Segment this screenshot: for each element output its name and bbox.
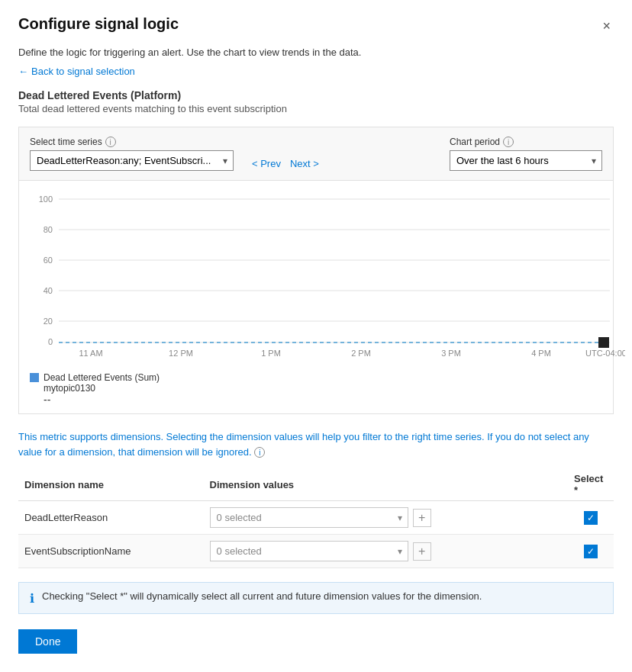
back-to-signal-link[interactable]: ← Back to signal selection bbox=[18, 66, 135, 77]
dimension-name-cell: EventSubscriptionName bbox=[18, 535, 204, 568]
table-row: EventSubscriptionName 0 selected + bbox=[18, 535, 614, 568]
info-banner: ℹ Checking "Select *" will dynamically s… bbox=[18, 582, 614, 614]
nav-buttons: < Prev Next > bbox=[249, 156, 322, 171]
eventsubscription-checkbox[interactable] bbox=[584, 545, 598, 558]
svg-text:80: 80 bbox=[44, 225, 53, 234]
deadletter-select-wrapper: 0 selected bbox=[210, 507, 408, 528]
svg-text:UTC-04:00: UTC-04:00 bbox=[585, 349, 625, 358]
svg-text:100: 100 bbox=[39, 195, 53, 204]
eventsubscription-select-wrapper: 0 selected bbox=[210, 541, 408, 561]
svg-text:12 PM: 12 PM bbox=[169, 349, 193, 358]
deadletter-add-button[interactable]: + bbox=[413, 509, 431, 527]
svg-text:60: 60 bbox=[44, 256, 53, 265]
time-series-group: Select time series i DeadLetterReason:an… bbox=[30, 137, 234, 171]
prev-button[interactable]: < Prev bbox=[249, 156, 284, 171]
controls-row: Select time series i DeadLetterReason:an… bbox=[18, 127, 614, 181]
chart-period-label: Chart period i bbox=[450, 137, 602, 147]
dialog-title: Configure signal logic bbox=[18, 15, 179, 33]
legend-series-label: Dead Lettered Events (Sum) bbox=[44, 372, 160, 383]
time-series-label: Select time series i bbox=[30, 137, 234, 147]
svg-text:11 AM: 11 AM bbox=[79, 349, 102, 358]
svg-text:4 PM: 4 PM bbox=[531, 349, 551, 358]
col-select: Select * bbox=[568, 468, 614, 501]
time-series-select-wrapper: DeadLetterReason:any; EventSubscri... bbox=[30, 150, 234, 171]
chart-area: 100 80 60 40 20 0 11 AM 12 PM bbox=[18, 181, 614, 414]
svg-text:2 PM: 2 PM bbox=[351, 349, 371, 358]
dimension-info-icon[interactable]: i bbox=[254, 447, 265, 458]
dimension-info-text: This metric supports dimensions. Selecti… bbox=[18, 429, 614, 459]
time-series-select[interactable]: DeadLetterReason:any; EventSubscri... bbox=[30, 150, 234, 171]
col-dimension-values: Dimension values bbox=[204, 468, 568, 501]
dimension-name-cell: DeadLetterReason bbox=[18, 501, 204, 535]
arrow-left-icon: ← bbox=[18, 66, 28, 77]
done-button[interactable]: Done bbox=[18, 629, 77, 654]
table-row: DeadLetterReason 0 selected + bbox=[18, 501, 614, 535]
svg-text:3 PM: 3 PM bbox=[441, 349, 461, 358]
eventsubscription-select-star-cell bbox=[568, 535, 614, 568]
close-button[interactable]: × bbox=[599, 15, 614, 37]
legend-series-sub: mytopic0130 bbox=[44, 383, 602, 394]
eventsubscription-select[interactable]: 0 selected bbox=[210, 541, 408, 561]
svg-text:40: 40 bbox=[44, 286, 53, 295]
svg-text:20: 20 bbox=[44, 317, 53, 326]
deadletter-select-star-cell bbox=[568, 501, 614, 535]
configure-signal-dialog: Configure signal logic × Define the logi… bbox=[0, 0, 632, 672]
dimension-table: Dimension name Dimension values Select *… bbox=[18, 468, 614, 568]
info-banner-icon: ℹ bbox=[30, 591, 34, 606]
info-banner-text: Checking "Select *" will dynamically sel… bbox=[42, 590, 482, 602]
time-series-info-icon[interactable]: i bbox=[105, 137, 116, 147]
next-button[interactable]: Next > bbox=[287, 156, 322, 171]
chart-period-group: Chart period i Over the last 6 hours bbox=[450, 137, 602, 171]
eventsubscription-add-button[interactable]: + bbox=[413, 542, 431, 561]
dialog-header: Configure signal logic × bbox=[18, 15, 614, 37]
legend-row: Dead Lettered Events (Sum) bbox=[30, 372, 602, 383]
chart-period-info-icon[interactable]: i bbox=[503, 137, 514, 147]
chart-svg: 100 80 60 40 20 0 11 AM 12 PM bbox=[30, 188, 602, 366]
col-dimension-name: Dimension name bbox=[18, 468, 204, 501]
svg-text:1 PM: 1 PM bbox=[261, 349, 281, 358]
chart-period-select-wrapper: Over the last 6 hours bbox=[450, 150, 602, 171]
legend-color bbox=[30, 373, 39, 382]
dimension-section: This metric supports dimensions. Selecti… bbox=[18, 429, 614, 568]
signal-subtitle: Total dead lettered events matching to t… bbox=[18, 103, 614, 114]
svg-text:0: 0 bbox=[48, 337, 53, 346]
dimension-values-cell: 0 selected + bbox=[204, 501, 568, 535]
dimension-values-cell: 0 selected + bbox=[204, 535, 568, 568]
deadletter-select[interactable]: 0 selected bbox=[210, 507, 408, 528]
deadletter-checkbox[interactable] bbox=[584, 511, 598, 525]
description-text: Define the logic for triggering an alert… bbox=[18, 47, 614, 58]
svg-rect-13 bbox=[598, 337, 609, 348]
legend-dash: -- bbox=[44, 394, 602, 406]
chart-legend: Dead Lettered Events (Sum) mytopic0130 -… bbox=[30, 372, 602, 413]
signal-name: Dead Lettered Events (Platform) bbox=[18, 89, 614, 101]
chart-period-select[interactable]: Over the last 6 hours bbox=[450, 150, 602, 171]
